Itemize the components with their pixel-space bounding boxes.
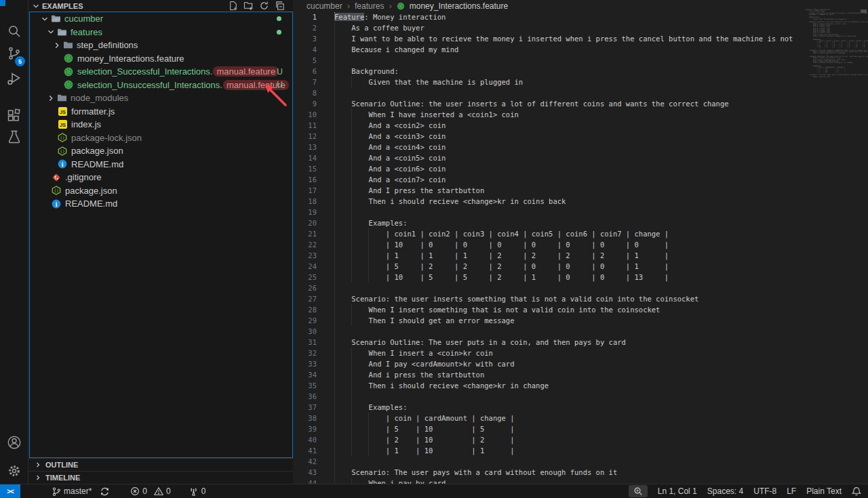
- outline-section[interactable]: OUTLINE: [28, 458, 293, 471]
- code-line[interactable]: 29 Then I should get an error message: [293, 315, 802, 326]
- tree-item-readme-md[interactable]: iREADME.md: [30, 158, 292, 171]
- tree-item-readme-md[interactable]: iREADME.md: [30, 197, 292, 211]
- code-line[interactable]: 8: [293, 87, 802, 98]
- code-text: Examples:: [334, 217, 407, 228]
- code-line[interactable]: 15 And a <coin6> coin: [293, 163, 802, 174]
- sidebar-header[interactable]: EXAMPLES: [28, 0, 293, 12]
- code-line[interactable]: 33 And I pay <cardAmount>kr with card: [293, 358, 802, 369]
- code-line[interactable]: 6 Background:: [293, 66, 802, 77]
- code-line[interactable]: 2 As a coffee buyer: [293, 22, 802, 33]
- minimap[interactable]: Feature: Money interaction As a coffee b…: [802, 0, 868, 484]
- code-line[interactable]: 24 | 5 | 2 | 2 | 2 | 0 | 0 | 0 | 1 |: [293, 261, 802, 272]
- code-line[interactable]: 31 Scenario Outline: The user puts in a …: [293, 337, 802, 348]
- tree-item-selection-unsuccessful-interactions[interactable]: selection_Unsuccessful_Interactions.manu…: [30, 79, 292, 92]
- code-line[interactable]: 17 And I press the startbutton: [293, 185, 802, 196]
- code-line[interactable]: 1Feature: Money interaction: [293, 12, 802, 22]
- code-line[interactable]: 16 And a <coin7> coin: [293, 174, 802, 185]
- tree-item--gitignore[interactable]: .gitignore: [30, 171, 292, 184]
- collapse-folders-icon[interactable]: [275, 1, 285, 11]
- code-line[interactable]: 5: [293, 55, 802, 66]
- cursor-position[interactable]: Ln 1, Col 1: [658, 484, 697, 498]
- ports-item[interactable]: 0: [189, 484, 206, 498]
- language-mode-item[interactable]: Plain Text: [806, 484, 842, 498]
- search-icon[interactable]: [0, 21, 28, 41]
- code-line[interactable]: 3 I want to be able to recieve the money…: [293, 33, 802, 44]
- extensions-icon[interactable]: [0, 106, 28, 126]
- timeline-section[interactable]: TIMELINE: [28, 471, 293, 484]
- code-line[interactable]: 42: [293, 456, 802, 467]
- breadcrumb-folder[interactable]: cucumber: [307, 1, 342, 11]
- code-line[interactable]: 44 When i pay by card: [293, 478, 802, 484]
- tree-item-package-json[interactable]: {}package.json: [30, 184, 292, 198]
- chevron-right-icon[interactable]: [52, 41, 62, 50]
- code-line[interactable]: 27 Scenario: the user inserts something …: [293, 293, 802, 304]
- breadcrumb-folder[interactable]: features: [355, 1, 384, 11]
- code-line[interactable]: 23 | 1 | 1 | 1 | 2 | 2 | 2 | 2 | 1 |: [293, 250, 802, 261]
- svg-text:i: i: [62, 161, 64, 168]
- code-line[interactable]: 12 And a <coin3> coin: [293, 131, 802, 142]
- code-line[interactable]: 9 Scenario Outline: the user inserts a l…: [293, 98, 802, 109]
- tree-item-features[interactable]: features: [30, 26, 292, 39]
- code-line[interactable]: 22 | 10 | 0 | 0 | 0 | 0 | 0 | 0 | 0 |: [293, 239, 802, 250]
- code-line[interactable]: 20 Examples:: [293, 217, 802, 228]
- branch-item[interactable]: master*: [52, 484, 92, 498]
- tree-item-step-definitions[interactable]: step_definitions: [30, 39, 292, 52]
- tree-item-selection-successful-interactions[interactable]: selection_Successful_Interactions.manual…: [30, 65, 292, 79]
- testing-icon[interactable]: [0, 127, 28, 147]
- code-line[interactable]: 37 Examples:: [293, 402, 802, 413]
- code-line[interactable]: 30: [293, 326, 802, 337]
- code-line[interactable]: 41 | 1 | 10 | 1 |: [293, 445, 802, 456]
- notifications-bell[interactable]: [852, 484, 861, 498]
- editor-pane[interactable]: cucumber › features › money_Interactions…: [293, 0, 802, 484]
- tree-item-index-js[interactable]: JSindex.js: [30, 118, 292, 131]
- sync-button[interactable]: [100, 484, 110, 498]
- chevron-down-icon[interactable]: [39, 14, 50, 24]
- settings-gear-icon[interactable]: [0, 461, 28, 481]
- code-line[interactable]: 39 | 5 | 10 | 5 |: [293, 423, 802, 434]
- indentation-item[interactable]: Spaces: 4: [707, 484, 743, 498]
- code-text: Given that the machine is plugged in: [334, 77, 523, 87]
- code-line[interactable]: 40 | 2 | 10 | 2 |: [293, 434, 802, 445]
- code-line[interactable]: 35 Then i should recieve <change>kr in c…: [293, 380, 802, 391]
- new-file-icon[interactable]: [228, 1, 238, 11]
- code-line[interactable]: 7 Given that the machine is plugged in: [293, 77, 802, 87]
- code-line[interactable]: 13 And a <coin4> coin: [293, 142, 802, 152]
- code-line[interactable]: 14 And a <coin5> coin: [293, 152, 802, 163]
- code-line[interactable]: 19: [293, 207, 802, 217]
- code-line[interactable]: 4 Because i changed my mind: [293, 44, 802, 55]
- refresh-icon[interactable]: [259, 1, 269, 11]
- code-line[interactable]: 25 | 10 | 5 | 5 | 2 | 1 | 0 | 0 | 13 |: [293, 272, 802, 283]
- code-line[interactable]: 34 And i press the startbutton: [293, 369, 802, 380]
- chevron-down-icon[interactable]: [45, 27, 56, 37]
- code-area[interactable]: 1Feature: Money interaction2 As a coffee…: [293, 12, 802, 484]
- tree-item-package-lock-json[interactable]: {}package-lock.json: [30, 131, 292, 145]
- tree-item-package-json[interactable]: {}package.json: [30, 144, 292, 158]
- code-line[interactable]: 38 | coin | cardAmount | change |: [293, 413, 802, 423]
- zoom-indicator[interactable]: [629, 485, 648, 497]
- code-line[interactable]: 43 Scenario: The user pays with a card w…: [293, 467, 802, 478]
- tree-item-label: README.md: [65, 199, 117, 209]
- remote-indicator[interactable]: ><: [0, 484, 20, 498]
- new-folder-icon[interactable]: [243, 1, 254, 11]
- breadcrumb-file[interactable]: money_Interactions.feature: [410, 1, 508, 11]
- code-line[interactable]: 11 And a <coin2> coin: [293, 120, 802, 131]
- code-line[interactable]: 32 When I insert a <coin>kr coin: [293, 348, 802, 358]
- accounts-icon[interactable]: [0, 432, 28, 453]
- tree-item-node-modules[interactable]: node_modules: [30, 91, 292, 105]
- tree-item-formatter-js[interactable]: JSformatter.js: [30, 105, 292, 119]
- code-line[interactable]: 21 | coin1 | coin2 | coin3 | coin4 | coi…: [293, 228, 802, 239]
- eol-item[interactable]: LF: [787, 484, 796, 498]
- code-line[interactable]: 18 Then i should recieve <change>kr in c…: [293, 196, 802, 207]
- code-line[interactable]: 26: [293, 283, 802, 293]
- chevron-right-icon[interactable]: [45, 94, 56, 103]
- code-line[interactable]: 36: [293, 391, 802, 402]
- code-line[interactable]: 10 When I have inserted a <coin1> coin: [293, 109, 802, 120]
- encoding-item[interactable]: UTF-8: [753, 484, 776, 498]
- tree-item-money-interactions-feature[interactable]: money_Interactions.feature: [30, 52, 292, 66]
- code-line[interactable]: 28 When I insert something that is not a…: [293, 304, 802, 315]
- problems-item[interactable]: 0 0: [130, 484, 170, 498]
- tree-item-cucumber[interactable]: cucumber: [30, 12, 292, 26]
- run-debug-icon[interactable]: [0, 68, 28, 89]
- code-text: | 1 | 1 | 1 | 2 | 2 | 2 | 2 | 1 |: [334, 250, 669, 261]
- source-control-icon[interactable]: 5: [0, 42, 28, 65]
